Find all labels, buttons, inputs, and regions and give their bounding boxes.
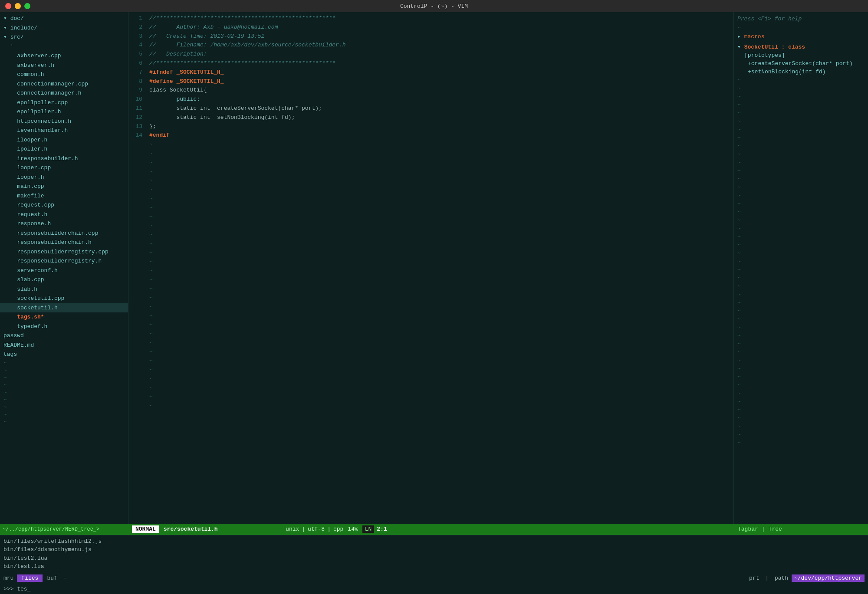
tb-tilde-24: ~ xyxy=(734,266,868,274)
tree-file-httpconnection-h[interactable]: httpconnection.h xyxy=(0,117,128,126)
tb-tilde-26: ~ xyxy=(734,282,868,290)
tb-tilde-1: ~ xyxy=(734,76,868,84)
tb-tilde-5: ~ xyxy=(734,109,868,117)
tree-file-readme[interactable]: README.md xyxy=(0,341,128,350)
tilde-editor-20: ~ xyxy=(149,312,730,321)
tree-file-slab-h[interactable]: slab.h xyxy=(0,285,128,294)
maximize-button[interactable] xyxy=(24,3,30,9)
tb-tilde-45: ~ xyxy=(734,439,868,447)
tree-file-iresponsebuilder-h[interactable]: iresponsebuilder.h xyxy=(0,154,128,164)
tb-tilde-16: ~ xyxy=(734,200,868,208)
tb-tilde-19: ~ xyxy=(734,224,868,233)
tb-tilde-12: ~ xyxy=(734,167,868,175)
tree-file-socketutil-h[interactable]: socketutil.h xyxy=(0,303,128,313)
tree-file-serverconf-h[interactable]: serverconf.h xyxy=(0,266,128,276)
tree-file-ipoller-h[interactable]: ipoller.h xyxy=(0,144,128,154)
editor-statusbar: NORMAL src/socketutil.h unix | utf-8 | c… xyxy=(128,524,733,535)
terminal-line-2: bin/files/ddsmoothymenu.js xyxy=(3,545,865,554)
tree-file-connectionmanager-h[interactable]: connectionmanager.h xyxy=(0,89,128,98)
tb-tilde-44: ~ xyxy=(734,430,868,439)
bottom-tabs-row: mru files buf – prt | path ~/dev/cpp/htt… xyxy=(0,573,868,584)
tb-tilde-7: ~ xyxy=(734,125,868,134)
nerdtree-statusbar: ~/../cpp/httpserver/NERD_tree_> xyxy=(0,524,128,535)
tb-tilde-9: ~ xyxy=(734,142,868,150)
tree-file-responsebuilderchain-h[interactable]: responsebuilderchain.h xyxy=(0,238,128,247)
tree-file-ilooper-h[interactable]: ilooper.h xyxy=(0,135,128,145)
terminal-line-4: bin/test.lua xyxy=(3,562,865,571)
path-value: ~/dev/cpp/httpserver xyxy=(792,574,865,582)
tagbar-macros[interactable]: ▸ macros xyxy=(734,32,868,41)
tree-file-passwd[interactable]: passwd xyxy=(0,331,128,341)
tilde-editor-6: ~ xyxy=(149,185,730,194)
tree-file-common-h[interactable]: common.h xyxy=(0,70,128,79)
tree-file-tags-sh[interactable]: tags.sh* xyxy=(0,312,128,322)
code-line-6: //**************************************… xyxy=(149,59,730,68)
tree-file-makefile[interactable]: makefile xyxy=(0,191,128,201)
tree-file-responsebuilderregistry-cpp[interactable]: responsebuilderregistry.cpp xyxy=(0,247,128,257)
close-button[interactable] xyxy=(5,3,11,9)
tree-file-responsebuilderchain-cpp[interactable]: responsebuilderchain.cpp xyxy=(0,229,128,238)
buf-tab[interactable]: buf xyxy=(43,574,61,582)
tree-file-main-cpp[interactable]: main.cpp xyxy=(0,182,128,191)
tree-file-socketutil-cpp[interactable]: socketutil.cpp xyxy=(0,294,128,303)
tagbar-method1[interactable]: +createServerSocket(char* port) xyxy=(734,59,868,68)
minimize-button[interactable] xyxy=(15,3,21,9)
tree-file-request-h[interactable]: request.h xyxy=(0,210,128,220)
cmd-line[interactable]: >>> tes_ xyxy=(0,584,868,594)
bottom-area: bin/files/writeflashhhtml2.js bin/files/… xyxy=(0,535,868,594)
tree-file-axbserver-cpp[interactable]: axbserver.cpp xyxy=(0,51,128,61)
code-line-12: static int setNonBlocking(int fd); xyxy=(149,113,730,122)
tree-file-epollpoller-h[interactable]: epollpoller.h xyxy=(0,107,128,117)
tree-file-tags[interactable]: tags xyxy=(0,350,128,359)
statusbar-position: 2:1 xyxy=(377,526,387,532)
path-sep: | xyxy=(765,575,769,581)
tb-tilde-31: ~ xyxy=(734,323,868,331)
tilde-9: ~ xyxy=(0,418,128,426)
tilde-editor-7: ~ xyxy=(149,194,730,203)
tilde-4: ~ xyxy=(0,381,128,389)
tree-file-connectionmanager-cpp[interactable]: connectionmanager.cpp xyxy=(0,79,128,89)
tagbar-class[interactable]: ▾ SocketUtil : class xyxy=(734,43,868,51)
path-info: prt | path ~/dev/cpp/httpserver xyxy=(749,575,865,581)
tagbar-status-tagbar: Tagbar xyxy=(738,526,758,532)
tilde-1: ~ xyxy=(0,359,128,367)
tb-tilde-11: ~ xyxy=(734,158,868,167)
files-tab[interactable]: files xyxy=(17,574,43,582)
tree-file-responsebuilderregistry-h[interactable]: responsebuilderregistry.h xyxy=(0,256,128,266)
tree-file-epollpoller-cpp[interactable]: epollpoller.cpp xyxy=(0,98,128,108)
tree-file-looper-cpp[interactable]: looper.cpp xyxy=(0,163,128,173)
nerdtree-panel[interactable]: ▾ doc/ ▾ include/ ▾ src/ ' axbserver.cpp… xyxy=(0,12,128,524)
tb-tilde-4: ~ xyxy=(734,101,868,109)
code-line-14: #endif xyxy=(149,131,730,140)
tree-dir-doc[interactable]: ▾ doc/ xyxy=(0,14,128,23)
tagbar-class-section: ▾ SocketUtil : class [prototypes] +creat… xyxy=(734,43,868,76)
window-controls[interactable] xyxy=(5,3,30,9)
titlebar: ControlP - (~) - VIM xyxy=(0,0,868,12)
code-line-3: // Create Time: 2013-02-19 13:51 xyxy=(149,32,730,41)
tree-file-ieventhandler-h[interactable]: ieventhandler.h xyxy=(0,126,128,135)
tree-file-axbserver-h[interactable]: axbserver.h xyxy=(0,61,128,70)
code-editor[interactable]: //**************************************… xyxy=(146,12,733,524)
tilde-editor-24: ~ xyxy=(149,348,730,357)
editor-panel[interactable]: 1 2 3 4 5 6 7 8 9 10 11 12 13 14 //*****… xyxy=(128,12,733,524)
tree-dir-src[interactable]: ▾ src/ xyxy=(0,33,128,42)
tagbar-panel: Press <F1> for help ~ ▸ macros ▾ SocketU… xyxy=(733,12,868,524)
tb-tilde-40: ~ xyxy=(734,397,868,406)
tb-tilde-20: ~ xyxy=(734,233,868,241)
prt-label: prt xyxy=(749,575,759,581)
tb-tilde-28: ~ xyxy=(734,299,868,307)
tb-tilde-30: ~ xyxy=(734,315,868,323)
tree-file-looper-h[interactable]: looper.h xyxy=(0,173,128,182)
tree-file-response-h[interactable]: response.h xyxy=(0,219,128,229)
tree-file-slab-cpp[interactable]: slab.cpp xyxy=(0,275,128,285)
tagbar-hint: Press <F1> for help xyxy=(734,14,868,24)
tree-file-typedef-h[interactable]: typedef.h xyxy=(0,322,128,331)
tagbar-status-tree: Tree xyxy=(769,526,782,532)
tree-dir-include[interactable]: ▾ include/ xyxy=(0,23,128,33)
tree-dir-close[interactable]: ' xyxy=(0,42,128,52)
tree-file-request-cpp[interactable]: request.cpp xyxy=(0,200,128,210)
code-line-10: public: xyxy=(149,95,730,104)
tagbar-method2[interactable]: +setNonBlocking(int fd) xyxy=(734,68,868,76)
statusbar-filetype: cpp xyxy=(333,526,343,532)
mru-label: mru xyxy=(3,575,13,581)
